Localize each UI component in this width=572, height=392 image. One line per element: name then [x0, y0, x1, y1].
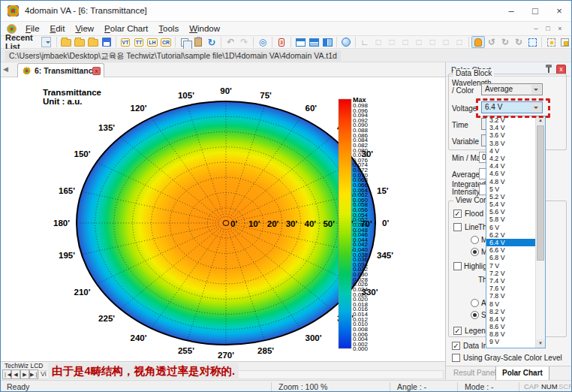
recent-list-dropdown[interactable]: [41, 37, 51, 47]
voltage-option-6v[interactable]: 6 V: [486, 224, 536, 231]
globe-icon[interactable]: [339, 36, 353, 48]
cascade-windows-icon[interactable]: [294, 36, 307, 48]
voltage-option-5.8v[interactable]: 5.8 V: [486, 216, 536, 223]
voltage-option-8.4v[interactable]: 8.4 V: [486, 315, 536, 323]
menu-window[interactable]: Window: [184, 22, 225, 35]
options-icon[interactable]: ◎: [256, 36, 269, 48]
pan-hand-icon[interactable]: [471, 36, 485, 48]
tab-polar-chart[interactable]: Polar Chart: [495, 366, 549, 381]
report-icon[interactable]: 3: [275, 36, 288, 48]
voltage-option-5.4v[interactable]: 5.4 V: [486, 201, 536, 208]
scale-radio-s[interactable]: [471, 311, 479, 319]
voltage-option-3.8v[interactable]: 3.8 V: [486, 140, 536, 147]
voltage-option-6.8v[interactable]: 6.8 V: [486, 254, 536, 261]
save-icon[interactable]: [100, 36, 113, 48]
voltage-option-9v[interactable]: 9 V: [486, 338, 536, 345]
maximize-button[interactable]: □: [523, 1, 547, 21]
voltage-option-7.6v[interactable]: 7.6 V: [486, 285, 536, 292]
tile-vertical-icon[interactable]: [321, 36, 334, 48]
voltage-dropdown-list[interactable]: 3.2 V3.4 V3.6 V3.8 V4 V4.2 V4.4 V4.6 V4.…: [486, 116, 546, 348]
paste-icon[interactable]: [191, 36, 205, 48]
voltage-option-4.4v[interactable]: 4.4 V: [486, 162, 536, 170]
sheet-prev-button[interactable]: ◀: [11, 369, 20, 379]
sheet-first-button[interactable]: ❘◀: [2, 369, 11, 379]
flood-checkbox[interactable]: [453, 210, 462, 218]
view-cube-7-icon[interactable]: □: [453, 36, 466, 48]
view-cube-2-icon[interactable]: □: [385, 36, 399, 48]
new-project-icon[interactable]: [59, 36, 73, 48]
view-cube-4-icon[interactable]: □: [412, 36, 426, 48]
sheet-next-button[interactable]: ▶: [20, 369, 29, 379]
axes-3d-icon[interactable]: ∟: [358, 36, 372, 48]
rotate-3d-icon[interactable]: ↻: [512, 36, 525, 48]
legend-checkbox[interactable]: [453, 327, 462, 335]
rotate-left-icon[interactable]: ↺: [485, 36, 498, 48]
tab-result-panel[interactable]: Result Panel: [447, 366, 502, 381]
grid-points-icon[interactable]: [544, 36, 558, 48]
voltage-option-8.6v[interactable]: 8.6 V: [486, 323, 536, 330]
sheet-last-button[interactable]: ▶❘: [29, 369, 38, 379]
voltage-option-6.6v[interactable]: 6.6 V: [486, 246, 536, 254]
scale-radio-a[interactable]: [471, 299, 479, 307]
line-checkbox[interactable]: [453, 223, 462, 231]
menu-view[interactable]: View: [70, 22, 99, 35]
scroll-down-icon[interactable]: ▼: [536, 339, 545, 348]
menu-edit[interactable]: Edit: [45, 22, 71, 35]
line-mode-radio-1[interactable]: [471, 236, 479, 244]
mdi-minimize-button[interactable]: –: [531, 24, 541, 34]
highlight-line-checkbox[interactable]: [453, 262, 462, 270]
gray-scale-checkbox[interactable]: [452, 354, 460, 362]
undo-icon[interactable]: ↶: [224, 36, 237, 48]
tab-scroll-left-icon[interactable]: ◀: [3, 65, 8, 73]
data-information-checkbox[interactable]: [452, 342, 460, 350]
tt-graph-icon[interactable]: TT: [132, 36, 146, 48]
voltage-option-8v[interactable]: 8 V: [486, 300, 536, 308]
cr-graph-icon[interactable]: CR: [159, 36, 173, 48]
voltage-option-6.2v[interactable]: 6.2 V: [486, 231, 536, 239]
view-cube-6-icon[interactable]: □: [439, 36, 453, 48]
redo-icon[interactable]: ↷: [237, 36, 251, 48]
view-cube-1-icon[interactable]: □: [372, 36, 385, 48]
voltage-option-6.4v[interactable]: 6.4 V: [486, 239, 536, 246]
tile-horizontal-icon[interactable]: [307, 36, 321, 48]
menu-polar-chart[interactable]: Polar Chart: [99, 22, 153, 35]
vt-graph-icon[interactable]: VT: [119, 36, 132, 48]
voltage-option-4.8v[interactable]: 4.8 V: [486, 178, 536, 185]
sheet-tab-label[interactable]: Vi: [41, 370, 47, 378]
lh-graph-icon[interactable]: LH: [146, 36, 159, 48]
voltage-option-3.6v[interactable]: 3.6 V: [486, 131, 536, 139]
voltage-option-7.2v[interactable]: 7.2 V: [486, 270, 536, 277]
voltage-option-7.4v[interactable]: 7.4 V: [486, 277, 536, 285]
mdi-restore-button[interactable]: □: [543, 24, 553, 34]
voltage-option-5v[interactable]: 5 V: [486, 185, 536, 193]
voltage-option-7.8v[interactable]: 7.8 V: [486, 292, 536, 300]
voltage-option-8.2v[interactable]: 8.2 V: [486, 308, 536, 315]
open-folder-icon[interactable]: [86, 36, 100, 48]
zoom-region-icon[interactable]: [525, 36, 539, 48]
minimize-button[interactable]: –: [499, 1, 523, 21]
mdi-close-button[interactable]: ×: [555, 24, 565, 34]
voltage-option-4v[interactable]: 4 V: [486, 147, 536, 155]
copy-icon[interactable]: [178, 36, 191, 48]
voltage-option-5.6v[interactable]: 5.6 V: [486, 208, 536, 216]
rotate-right-icon[interactable]: ↻: [498, 36, 512, 48]
line-mode-radio-2[interactable]: [471, 248, 479, 256]
voltage-option-4.2v[interactable]: 4.2 V: [486, 155, 536, 162]
pin-icon[interactable]: [548, 67, 549, 73]
dropdown-scrollbar[interactable]: ▲ ▼: [535, 116, 545, 348]
menu-tools[interactable]: Tools: [153, 22, 184, 35]
scroll-thumb[interactable]: [537, 125, 544, 261]
refresh-icon[interactable]: ↻: [205, 36, 218, 48]
voltage-option-4.6v[interactable]: 4.6 V: [486, 170, 536, 177]
close-button[interactable]: ×: [547, 1, 571, 21]
open-file-icon[interactable]: [73, 36, 86, 48]
voltage-option-5.2v[interactable]: 5.2 V: [486, 193, 536, 201]
wavelength-color-select[interactable]: Average: [481, 83, 543, 95]
view-cube-3-icon[interactable]: □: [399, 36, 412, 48]
tab-close-icon[interactable]: x: [92, 67, 101, 75]
voltage-option-3.4v[interactable]: 3.4 V: [486, 124, 536, 131]
tab-transmittance[interactable]: 6: Transmittance x: [17, 63, 104, 77]
voltage-option-7v[interactable]: 7 V: [486, 262, 536, 270]
center-point-icon[interactable]: [558, 36, 571, 48]
view-cube-5-icon[interactable]: □: [426, 36, 439, 48]
